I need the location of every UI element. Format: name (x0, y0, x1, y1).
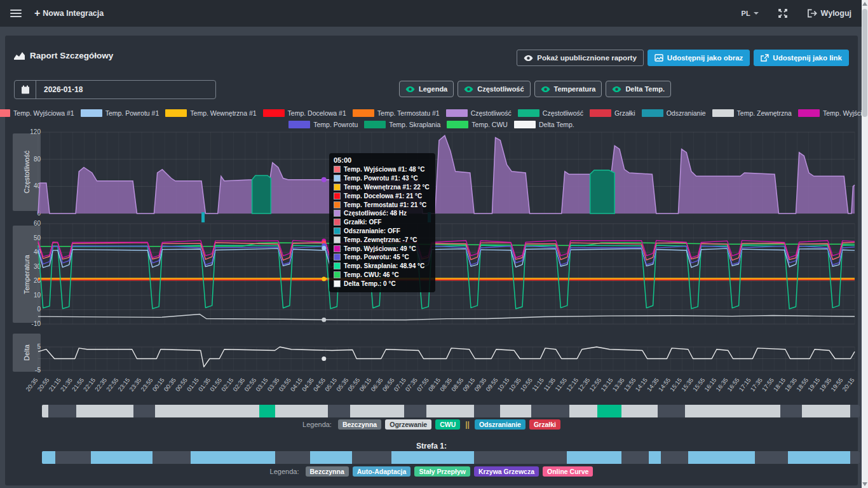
scroll-up-arrow[interactable] (862, 2, 867, 6)
legend-item[interactable]: Temp. Zewnętrzna (712, 109, 792, 117)
toggle-Częstotliwość[interactable]: Częstotliwość (458, 81, 530, 97)
tooltip-row: Temp. Zewnętrzna: -7 °C (334, 235, 430, 244)
zone-title: Strefa 1: (5, 442, 858, 451)
legend-item[interactable]: Temp. Termostatu #1 (353, 109, 440, 117)
x-axis-tick: 04:15 (289, 376, 304, 393)
tooltip-row: Temp. Wewnętrzna #1: 22 °C (334, 183, 430, 192)
tooltip-swatch (334, 201, 341, 208)
x-axis-tick: 00:15 (151, 376, 165, 393)
badge-Bezczynna: Bezczynna (306, 466, 349, 477)
x-axis-tick: 18:35 (783, 376, 798, 393)
operation-mode-bar[interactable] (42, 405, 860, 417)
tooltip-swatch (334, 245, 341, 252)
legend-item[interactable]: Temp. Powrotu #1 (81, 109, 159, 117)
tooltip-text: Temp. Zewnętrzna: -7 °C (344, 236, 417, 243)
zone-mode-bar[interactable] (42, 451, 860, 464)
legend-item[interactable]: Częstotliwość (518, 109, 583, 117)
badge-Bezczynna: Bezczynna (338, 419, 381, 430)
x-axis-tick: 16:15 (703, 376, 717, 393)
show-public-reports-button[interactable]: Pokaż upublicznione raporty (517, 50, 644, 66)
bar-segment-a (191, 451, 275, 464)
badge-Krzywa Grzewcza: Krzywa Grzewcza (474, 466, 539, 477)
bar-segment-b (133, 405, 154, 417)
x-axis-tick: 23:55 (139, 376, 154, 393)
toggle-Legenda[interactable]: Legenda (399, 81, 454, 97)
zone-mode-legend: Legenda:BezczynnaAuto-AdaptacjaStały Prz… (5, 466, 858, 477)
legend-caption: Legenda: (302, 421, 332, 428)
language-dropdown[interactable]: PL (742, 10, 759, 17)
legend-item[interactable]: Temp. Wewnętrzna #1 (165, 109, 256, 117)
menu-icon[interactable] (10, 10, 22, 17)
legend-label: Temp. Zewnętrzna (737, 109, 792, 117)
x-axis-tick: 20:55 (36, 376, 50, 393)
legend-caption: Legenda: (270, 468, 299, 475)
x-axis-tick: 16:55 (726, 376, 740, 393)
x-axis-tick: 11:15 (531, 376, 545, 392)
x-axis-tick: 15:35 (680, 376, 695, 393)
legend-swatch (712, 109, 734, 117)
bar-segment-o (802, 405, 850, 417)
toggle-label: Temperatura (554, 85, 596, 93)
toggle-label: Legenda (419, 85, 447, 93)
eye-icon (405, 86, 415, 93)
legend-item[interactable]: Częstotliwość (446, 109, 512, 117)
chart-legend-row-1: Temp. Wyjściowa #1Temp. Powrotu #1Temp. … (5, 109, 858, 117)
badge-Auto-Adaptacja: Auto-Adaptacja (353, 466, 411, 477)
x-axis-tick: 17:55 (761, 376, 775, 393)
logout-button[interactable]: Wyloguj (807, 9, 851, 18)
x-axis-tick: 06:35 (369, 376, 384, 393)
share-as-image-button[interactable]: Udostępnij jako obraz (648, 50, 750, 66)
legend-item[interactable]: Odszranianie (642, 109, 706, 117)
tooltip-text: Temp. Powrotu: 45 °C (344, 254, 409, 261)
legend-label: Temp. Wewnętrzna #1 (190, 109, 256, 117)
eye-icon (541, 86, 550, 93)
toggle-Delta Temp.[interactable]: Delta Temp. (606, 81, 671, 97)
x-axis-tick: 13:55 (622, 376, 637, 393)
x-axis-tick: 21:35 (59, 376, 74, 393)
legend-label: Temp. Termostatu #1 (377, 109, 440, 117)
logout-label: Wyloguj (821, 9, 851, 18)
tooltip-swatch (334, 280, 341, 287)
x-axis-tick: 05:55 (346, 376, 361, 393)
legend-item[interactable]: Temp. Docelowa #1 (263, 109, 346, 117)
calendar-icon[interactable] (15, 81, 36, 98)
x-axis-tick: 08:15 (427, 376, 442, 393)
bar-segment-b (531, 405, 569, 417)
bar-segment-i (275, 451, 310, 464)
tooltip-time: 05:00 (334, 156, 430, 164)
scrollbar-thumb[interactable] (862, 9, 867, 117)
bar-segment-i (153, 451, 191, 464)
tooltip-swatch (334, 254, 341, 261)
tooltip-text: Temp. CWU: 46 °C (344, 271, 399, 278)
x-axis-tick: 19:35 (818, 376, 832, 393)
tooltip-text: Grzałki: OFF (344, 219, 381, 226)
tooltip-swatch (334, 193, 341, 200)
new-integration-button[interactable]: + Nowa Integracja (34, 8, 104, 19)
toggle-Temperatura[interactable]: Temperatura (534, 81, 602, 97)
x-axis-tick: 03:55 (277, 376, 292, 393)
badge-Stały Przepływ: Stały Przepływ (414, 466, 470, 477)
operation-mode-legend: Legenda:BezczynnaOgrzewanieCWU||Odszrani… (5, 419, 858, 430)
tooltip-text: Temp. Wyjściowa: 49 °C (344, 245, 416, 252)
date-picker[interactable]: 2026-01-18 (14, 80, 216, 99)
page-scrollbar[interactable] (862, 0, 868, 488)
x-axis-tick: 06:55 (381, 376, 395, 393)
legend-item[interactable]: Grzałki (590, 109, 635, 117)
x-axis-tick: 01:35 (197, 376, 212, 393)
tooltip-swatch (334, 184, 341, 191)
x-axis-tick: 07:35 (404, 376, 419, 393)
tooltip-text: Temp. Powrotu #1: 43 °C (344, 175, 418, 182)
bar-segment-o (426, 405, 474, 417)
legend-item[interactable]: Temp. Wyjściowa (798, 109, 868, 117)
delta-chart[interactable] (0, 332, 868, 375)
legend-item[interactable]: Temp. Wyjściowa #1 (0, 109, 74, 117)
scroll-down-arrow[interactable] (862, 482, 867, 486)
fullscreen-icon[interactable] (778, 8, 788, 18)
x-axis-tick: 12:15 (565, 376, 580, 393)
bar-segment-o (569, 405, 597, 417)
share-as-link-button[interactable]: Udostępnij jako link (754, 50, 849, 66)
legend-swatch (798, 109, 820, 117)
date-input[interactable]: 2026-01-18 (36, 81, 215, 98)
tooltip-text: Częstotliwość: 48 Hz (344, 210, 407, 217)
tooltip-row: Odszranianie: OFF (334, 227, 430, 236)
